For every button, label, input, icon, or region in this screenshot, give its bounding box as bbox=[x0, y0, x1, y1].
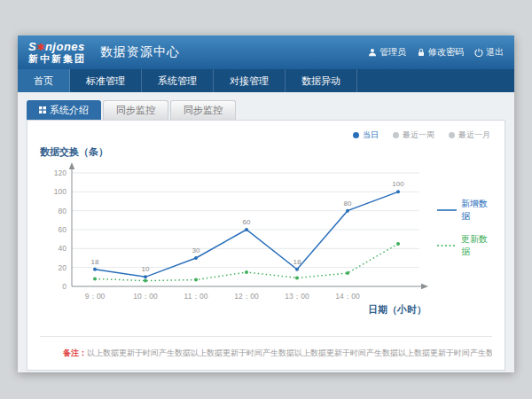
company-logo[interactable]: S✱njones 新中新集团 bbox=[28, 41, 86, 64]
user-icon bbox=[368, 48, 377, 57]
change-password-button[interactable]: 修改密码 bbox=[417, 46, 464, 59]
logo-spark-icon: ✱ bbox=[36, 42, 45, 52]
solid-line-icon bbox=[437, 207, 457, 213]
logout-button[interactable]: 退出 bbox=[474, 46, 504, 59]
header-actions: 管理员 修改密码 退出 bbox=[368, 46, 504, 59]
svg-text:80: 80 bbox=[59, 207, 67, 215]
dot-icon bbox=[449, 132, 455, 138]
series-legend: 新增数据 更新数据 bbox=[437, 198, 492, 258]
current-user-label: 管理员 bbox=[379, 46, 406, 59]
svg-text:18: 18 bbox=[293, 258, 301, 266]
svg-text:100: 100 bbox=[54, 187, 66, 196]
legend-item-update-data[interactable]: 更新数据 bbox=[437, 233, 492, 258]
tab-system-intro[interactable]: 系统介绍 bbox=[27, 100, 101, 120]
svg-text:11：00: 11：00 bbox=[184, 292, 208, 301]
power-icon bbox=[474, 48, 483, 57]
svg-text:日期（小时）: 日期（小时） bbox=[368, 304, 426, 316]
nav-item-system-mgmt[interactable]: 系统管理 bbox=[142, 69, 214, 92]
tab-sync-monitor-2[interactable]: 同步监控 bbox=[170, 100, 236, 120]
svg-text:30: 30 bbox=[192, 246, 200, 254]
dot-icon bbox=[353, 132, 359, 138]
dotted-line-icon bbox=[437, 243, 457, 248]
filter-label: 最近一月 bbox=[458, 129, 490, 141]
tab-sync-monitor-1[interactable]: 同步监控 bbox=[103, 100, 168, 120]
svg-text:60: 60 bbox=[243, 218, 251, 226]
chart-row: 0204060801001209：0010：0011：0012：0013：001… bbox=[40, 160, 492, 317]
svg-text:18: 18 bbox=[91, 258, 99, 266]
app-window: S✱njones 新中新集团 数据资源中心 管理员 修改密码 退出 首页 标准管… bbox=[18, 35, 514, 372]
logout-label: 退出 bbox=[486, 46, 504, 59]
content-area: 系统介绍 同步监控 同步监控 当日 最近一周 bbox=[18, 92, 514, 372]
svg-text:10: 10 bbox=[142, 265, 150, 273]
svg-text:14：00: 14：00 bbox=[335, 292, 360, 301]
filter-label: 当日 bbox=[363, 129, 379, 141]
svg-text:13：00: 13：00 bbox=[285, 292, 309, 301]
filter-today[interactable]: 当日 bbox=[353, 129, 379, 141]
svg-text:100: 100 bbox=[392, 180, 404, 188]
logo-wordmark: S✱njones bbox=[28, 41, 86, 52]
chart-panel: 当日 最近一周 最近一月 数据交换（条） 0204060801001209：00… bbox=[27, 120, 505, 371]
svg-text:60: 60 bbox=[59, 225, 67, 234]
svg-text:0: 0 bbox=[62, 282, 66, 291]
svg-text:20: 20 bbox=[59, 263, 67, 272]
y-axis-title: 数据交换（条） bbox=[40, 145, 492, 159]
line-chart: 0204060801001209：0010：0011：0012：0013：001… bbox=[40, 160, 432, 317]
footnote-label: 备注： bbox=[63, 348, 87, 357]
footnote-text: 以上数据更新于时间产生数据以上数据更新于时间产生数据以上数据更新于时间产生数据以… bbox=[87, 348, 492, 357]
current-user-button[interactable]: 管理员 bbox=[368, 46, 406, 59]
svg-text:40: 40 bbox=[59, 244, 67, 253]
change-password-label: 修改密码 bbox=[428, 46, 464, 59]
nav-item-home[interactable]: 首页 bbox=[18, 69, 70, 92]
header: S✱njones 新中新集团 数据资源中心 管理员 修改密码 退出 bbox=[18, 35, 514, 69]
svg-text:80: 80 bbox=[344, 200, 352, 207]
tab-label: 同步监控 bbox=[116, 101, 155, 120]
lock-icon bbox=[417, 48, 426, 57]
range-filter-legend: 当日 最近一周 最近一月 bbox=[353, 129, 490, 141]
tab-bar: 系统介绍 同步监控 同步监控 bbox=[27, 100, 505, 120]
page-title: 数据资源中心 bbox=[100, 44, 180, 60]
filter-last-week[interactable]: 最近一周 bbox=[393, 129, 434, 141]
grid-icon bbox=[39, 106, 46, 113]
legend-label: 新增数据 bbox=[461, 198, 492, 223]
nav-item-data-change[interactable]: 数据异动 bbox=[286, 69, 357, 92]
filter-label: 最近一周 bbox=[403, 129, 434, 141]
logo-subtitle: 新中新集团 bbox=[28, 54, 86, 64]
footnote: 备注：以上数据更新于时间产生数据以上数据更新于时间产生数据以上数据更新于时间产生… bbox=[40, 336, 492, 359]
nav-item-integration-mgmt[interactable]: 对接管理 bbox=[214, 69, 286, 92]
filter-last-month[interactable]: 最近一月 bbox=[449, 129, 490, 141]
nav-item-standard-mgmt[interactable]: 标准管理 bbox=[70, 69, 142, 92]
svg-text:120: 120 bbox=[54, 168, 66, 177]
tab-label: 同步监控 bbox=[184, 101, 223, 120]
svg-text:12：00: 12：00 bbox=[234, 292, 259, 301]
dot-icon bbox=[393, 132, 399, 138]
svg-text:10：00: 10：00 bbox=[133, 292, 158, 301]
tab-label: 系统介绍 bbox=[50, 100, 89, 120]
legend-label: 更新数据 bbox=[461, 233, 492, 258]
svg-text:9：00: 9：00 bbox=[85, 292, 106, 301]
main-nav: 首页 标准管理 系统管理 对接管理 数据异动 bbox=[18, 69, 514, 92]
legend-item-new-data[interactable]: 新增数据 bbox=[437, 198, 492, 223]
